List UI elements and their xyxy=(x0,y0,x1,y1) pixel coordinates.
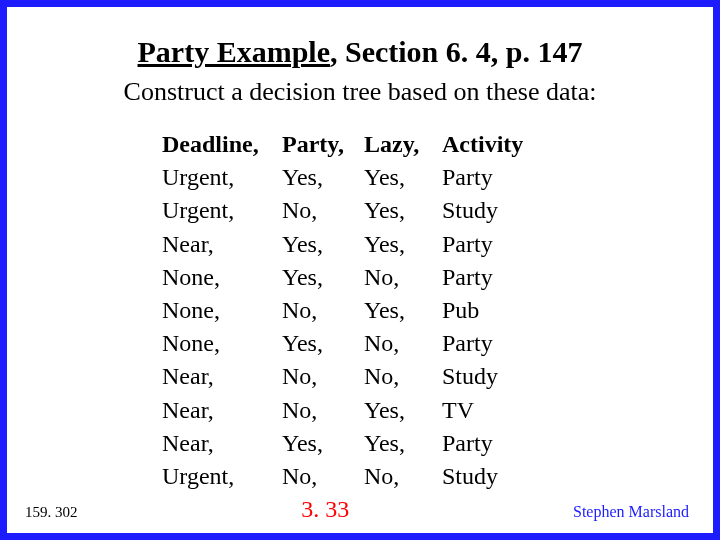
cell: Near, xyxy=(162,361,282,392)
cell: Near, xyxy=(162,229,282,260)
course-code: 159. 302 xyxy=(25,504,78,521)
cell: Urgent, xyxy=(162,162,282,193)
cell: No, xyxy=(282,295,364,326)
footer: 159. 302 3. 33 Stephen Marsland xyxy=(7,496,713,523)
cell: No, xyxy=(282,395,364,426)
cell: No, xyxy=(364,262,442,293)
cell: Party xyxy=(442,162,542,193)
cell: Pub xyxy=(442,295,542,326)
cell: Near, xyxy=(162,428,282,459)
cell: Yes, xyxy=(282,262,364,293)
cell: Party xyxy=(442,262,542,293)
title-underline: Party Example xyxy=(138,35,330,68)
cell: None, xyxy=(162,295,282,326)
cell: No, xyxy=(364,361,442,392)
cell: Yes, xyxy=(364,428,442,459)
cell: Yes, xyxy=(282,229,364,260)
cell: Near, xyxy=(162,395,282,426)
cell: No, xyxy=(282,461,364,492)
col-header: Party, xyxy=(282,129,364,160)
cell: Yes, xyxy=(364,295,442,326)
slide-number: 3. 33 xyxy=(301,496,349,523)
cell: Party xyxy=(442,229,542,260)
cell: Urgent, xyxy=(162,195,282,226)
cell: Party xyxy=(442,428,542,459)
cell: No, xyxy=(364,328,442,359)
data-table: Deadline, Party, Lazy, Activity Urgent, … xyxy=(162,129,673,492)
col-header: Lazy, xyxy=(364,129,442,160)
cell: Yes, xyxy=(364,162,442,193)
cell: None, xyxy=(162,262,282,293)
page-title: Party Example, Section 6. 4, p. 147 xyxy=(47,35,673,69)
cell: Party xyxy=(442,328,542,359)
cell: Study xyxy=(442,461,542,492)
cell: No, xyxy=(282,361,364,392)
cell: Yes, xyxy=(364,229,442,260)
col-header: Activity xyxy=(442,129,542,160)
page-subtitle: Construct a decision tree based on these… xyxy=(47,77,673,107)
cell: Yes, xyxy=(364,195,442,226)
cell: Yes, xyxy=(282,428,364,459)
cell: No, xyxy=(282,195,364,226)
cell: Study xyxy=(442,195,542,226)
cell: None, xyxy=(162,328,282,359)
cell: TV xyxy=(442,395,542,426)
cell: Yes, xyxy=(282,328,364,359)
slide-body: Party Example, Section 6. 4, p. 147 Cons… xyxy=(7,7,713,492)
col-header: Deadline, xyxy=(162,129,282,160)
title-rest: , Section 6. 4, p. 147 xyxy=(330,35,583,68)
cell: Study xyxy=(442,361,542,392)
cell: Urgent, xyxy=(162,461,282,492)
cell: No, xyxy=(364,461,442,492)
author-name: Stephen Marsland xyxy=(573,503,689,521)
cell: Yes, xyxy=(282,162,364,193)
cell: Yes, xyxy=(364,395,442,426)
